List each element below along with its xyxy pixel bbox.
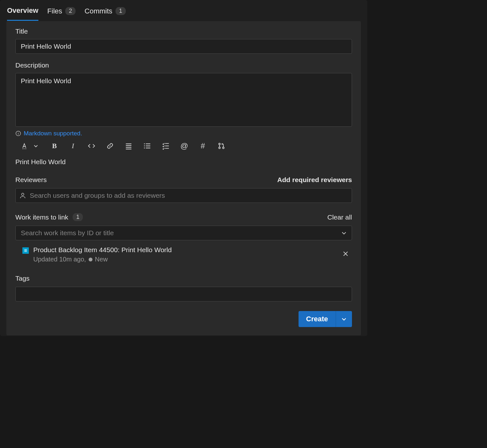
- checklist-button[interactable]: [161, 141, 170, 150]
- footer: Create: [15, 311, 352, 327]
- svg-rect-5: [126, 147, 131, 148]
- svg-point-12: [144, 148, 145, 148]
- work-items-search-input[interactable]: [15, 226, 352, 240]
- mention-button[interactable]: @: [180, 141, 189, 150]
- hash-button[interactable]: #: [198, 141, 207, 150]
- svg-rect-3: [126, 143, 131, 144]
- tab-commits[interactable]: Commits 1: [84, 4, 126, 21]
- state-dot-icon: [89, 258, 92, 261]
- text-style-group[interactable]: [20, 141, 40, 150]
- bullet-list-button[interactable]: [124, 141, 133, 150]
- work-items-count: 1: [73, 213, 83, 221]
- form-content: Title Description Print Hello World Mark…: [6, 21, 361, 335]
- reviewers-label: Reviewers: [15, 176, 47, 184]
- create-button-group: Create: [299, 311, 352, 327]
- clear-all-link[interactable]: Clear all: [327, 213, 352, 221]
- tab-files[interactable]: Files 2: [47, 4, 76, 21]
- work-item-meta: Updated 10m ago, New: [33, 256, 172, 263]
- pbi-icon: [22, 247, 29, 254]
- svg-point-11: [144, 146, 145, 147]
- add-required-reviewers-link[interactable]: Add required reviewers: [277, 176, 352, 184]
- remove-work-item-button[interactable]: [341, 249, 350, 258]
- markdown-hint-row: Markdown supported.: [15, 130, 352, 137]
- description-textarea[interactable]: Print Hello World: [15, 73, 352, 127]
- link-button[interactable]: [106, 141, 115, 150]
- text-style-icon: [20, 141, 29, 150]
- tab-label: Commits: [84, 7, 112, 15]
- svg-point-19: [21, 193, 24, 196]
- tab-bar: Overview Files 2 Commits 1: [0, 0, 367, 21]
- chevron-down-icon: [31, 141, 40, 150]
- tab-commits-count: 1: [116, 7, 126, 15]
- reviewers-header: Reviewers Add required reviewers: [15, 176, 352, 184]
- code-button[interactable]: [87, 141, 96, 150]
- reviewers-input-wrapper: [15, 188, 352, 203]
- work-item-updated: Updated 10m ago,: [33, 256, 86, 263]
- reviewers-search-input[interactable]: [15, 188, 352, 203]
- tab-files-count: 2: [65, 7, 76, 15]
- work-items-header: Work items to link 1 Clear all: [15, 213, 352, 221]
- tags-label: Tags: [15, 275, 29, 282]
- svg-rect-6: [126, 149, 131, 149]
- description-preview: Print Hello World: [15, 158, 352, 166]
- title-label: Title: [15, 28, 352, 35]
- chevron-down-icon: [341, 316, 347, 322]
- svg-rect-4: [126, 145, 131, 146]
- markdown-supported-link[interactable]: Markdown supported.: [24, 130, 82, 137]
- svg-rect-9: [146, 148, 150, 148]
- work-items-label: Work items to link: [15, 213, 68, 221]
- work-item-state: New: [95, 256, 108, 263]
- pr-create-panel: Overview Files 2 Commits 1 Title Descrip…: [0, 0, 367, 336]
- svg-rect-7: [146, 143, 150, 144]
- tab-label: Overview: [7, 6, 38, 15]
- pr-link-button[interactable]: [217, 141, 226, 150]
- work-item-title[interactable]: Product Backlog Item 44500: Print Hello …: [33, 246, 172, 254]
- info-icon: [15, 131, 21, 136]
- create-button[interactable]: Create: [299, 311, 336, 327]
- italic-button[interactable]: I: [68, 141, 77, 150]
- svg-point-18: [223, 147, 224, 149]
- work-items-select: [15, 226, 352, 240]
- svg-rect-8: [146, 146, 150, 146]
- description-section: Description Print Hello World Markdown s…: [15, 61, 352, 166]
- svg-point-2: [18, 132, 18, 132]
- svg-point-16: [219, 143, 220, 145]
- numbered-list-button[interactable]: [143, 141, 152, 150]
- tags-input[interactable]: [15, 287, 352, 301]
- work-item-row: Product Backlog Item 44500: Print Hello …: [15, 240, 352, 263]
- bold-button[interactable]: B: [50, 141, 59, 150]
- tab-overview[interactable]: Overview: [7, 4, 38, 21]
- person-icon: [19, 192, 26, 199]
- tab-label: Files: [47, 7, 62, 15]
- markdown-toolbar: B I @ #: [15, 141, 352, 150]
- svg-point-10: [144, 143, 145, 144]
- description-label: Description: [15, 61, 352, 69]
- tags-header: Tags: [15, 275, 352, 282]
- title-section: Title: [15, 28, 352, 54]
- create-dropdown-button[interactable]: [336, 311, 352, 327]
- title-input[interactable]: [15, 39, 352, 54]
- svg-point-17: [219, 147, 220, 149]
